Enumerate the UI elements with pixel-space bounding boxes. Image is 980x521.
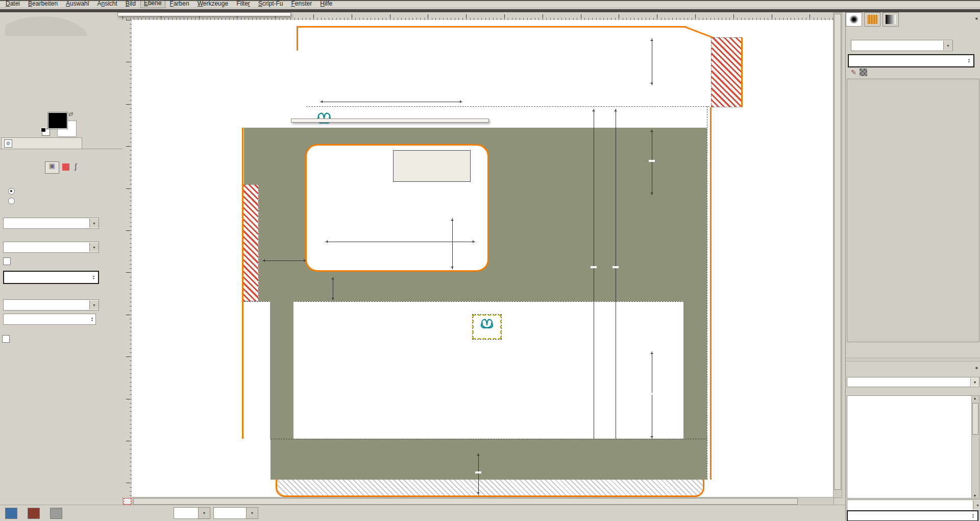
layer-list [847, 79, 979, 342]
opacity-slider[interactable]: ▲▼ [848, 54, 974, 67]
chevron-down-icon: ▼ [89, 219, 99, 228]
floating-logo-selection[interactable] [473, 315, 501, 339]
unit-select[interactable] [174, 507, 201, 519]
interpolation-select[interactable]: ▼ [3, 218, 99, 229]
brush-filter-input[interactable] [847, 378, 970, 386]
lock-row: ✎ [848, 68, 867, 76]
toolbox-panel: ⇄ ⚙ ▣ ∫ ▼ ▼ [0, 12, 123, 505]
zoom-select[interactable] [213, 507, 249, 519]
brush-dock-collapse-icon[interactable]: ◂ [975, 365, 977, 370]
dim-label-236 [612, 252, 619, 282]
menubar: Datei Bearbeiten Auswahl Ansicht Bild Eb… [0, 0, 980, 8]
horizontal-scrollbar-thumb[interactable] [133, 498, 798, 505]
clipping-select[interactable]: ▼ [3, 242, 99, 253]
brushes-tab[interactable] [846, 12, 862, 27]
menubar-item[interactable]: Script-Fu [255, 0, 287, 8]
die-dashed-right [707, 106, 707, 480]
glue-area-left [242, 184, 259, 301]
guides-type-select[interactable]: ▼ [3, 299, 99, 311]
menubar-item[interactable]: Farben [166, 0, 193, 8]
dim-label-16 [475, 457, 481, 488]
vertical-ruler[interactable] [122, 20, 132, 497]
mode-select[interactable]: ▼ [851, 40, 953, 51]
tooltip [393, 150, 471, 182]
menubar-item[interactable]: Ebene [140, 0, 165, 8]
window-top-edge [0, 0, 980, 1]
menubar-item[interactable]: Bearbeiten [24, 0, 61, 8]
layers-dock: ◂ ▼ ▲▼ ✎ ◂ [845, 12, 980, 521]
brush-scrollbar[interactable]: ▲ ▼ [971, 395, 979, 499]
zoom-dropdown-button[interactable]: ▼ [246, 507, 258, 519]
lock-paint-icon[interactable]: ✎ [851, 68, 856, 76]
default-colors-icon[interactable] [42, 129, 50, 136]
dim-line-31 [652, 38, 652, 85]
direction-radio-normal[interactable] [8, 188, 15, 196]
statusbar-icon-1[interactable] [5, 508, 17, 519]
menubar-item[interactable]: Werkzeuge [194, 0, 232, 8]
bottom-glue-flap [276, 480, 704, 497]
side-margin-left [270, 301, 293, 439]
statusbar-icon-3[interactable] [50, 508, 62, 519]
swap-colors-icon[interactable]: ⇄ [68, 111, 73, 117]
die-contour-flap-left [297, 26, 298, 51]
menubar-item[interactable]: Auswahl [62, 0, 92, 8]
spacing-slider[interactable]: ▲▼ [847, 510, 978, 521]
die-contour-right [710, 107, 712, 480]
dim-line-236 [616, 109, 616, 475]
menubar-item[interactable]: Filter [233, 0, 254, 8]
transformation-submenu [291, 119, 489, 123]
die-contour-slant [684, 26, 715, 39]
side-margin-right [683, 301, 707, 439]
fold-line-top [306, 106, 709, 107]
statusbar [0, 505, 845, 521]
image-opacity-slider[interactable]: ▲▼ [3, 271, 99, 284]
dim-label-238 [591, 252, 597, 282]
layer-menu [117, 12, 291, 16]
unit-dropdown-button[interactable]: ▼ [198, 507, 210, 519]
vertical-scrollbar-thumb[interactable] [834, 14, 841, 490]
dim-line-45 [452, 218, 453, 269]
dim-label-110 [649, 146, 655, 176]
brush-tag-select[interactable]: ▼ [847, 500, 980, 511]
vertical-scrollbar[interactable] [833, 12, 842, 498]
wilber-watermark [5, 12, 97, 36]
chevron-down-icon[interactable]: ▼ [970, 378, 979, 386]
gradients-tab[interactable] [883, 12, 899, 27]
statusbar-icon-2[interactable] [28, 508, 40, 519]
preview-checkbox[interactable] [3, 257, 11, 267]
transform-path-button[interactable]: ∫ [75, 162, 77, 171]
dim-label-95 [649, 378, 655, 409]
gimp-window: Datei Bearbeiten Auswahl Ansicht Bild Eb… [0, 0, 980, 521]
menubar-item[interactable]: Hilfe [316, 0, 336, 8]
mode-row: ▼ [848, 40, 953, 51]
keep-aspect-checkbox[interactable] [2, 335, 10, 344]
dim-line-15 [333, 277, 333, 300]
brush-dock-tabs [846, 12, 980, 27]
flap-label [362, 54, 464, 69]
lock-alpha-icon[interactable] [860, 68, 867, 76]
menubar-item[interactable]: Fenster [288, 0, 316, 8]
brush-tab-icon [849, 15, 859, 24]
guides-count-spinner[interactable]: ▲▼ [3, 314, 96, 325]
dock-splitter[interactable] [846, 358, 980, 362]
menubar-item[interactable]: Bild [122, 0, 139, 8]
pattern-tab-icon [867, 15, 877, 24]
tool-options-tab[interactable]: ⚙ [1, 137, 82, 149]
canvas-viewport[interactable] [132, 20, 833, 497]
chevron-down-icon: ▼ [943, 41, 952, 50]
bottom-safety-band [271, 439, 707, 480]
foreground-color-swatch[interactable] [48, 112, 67, 129]
dim-line-238 [594, 109, 594, 475]
direction-radio-corrective[interactable] [8, 198, 15, 206]
menubar-item[interactable]: Datei [2, 0, 23, 8]
menubar-item[interactable]: Ansicht [93, 0, 120, 8]
brush-filter-box: ▼ [847, 377, 979, 387]
dim-line-20 [262, 260, 306, 261]
gradient-tab-icon [886, 15, 896, 24]
transform-layer-button[interactable]: ▣ [45, 161, 59, 174]
quick-mask-button[interactable] [124, 498, 131, 505]
dock-collapse-icon[interactable]: ◂ [975, 15, 977, 21]
transform-selection-button[interactable] [62, 163, 69, 171]
spinner-arrows[interactable]: ▲▼ [92, 275, 95, 280]
patterns-tab[interactable] [864, 12, 880, 27]
